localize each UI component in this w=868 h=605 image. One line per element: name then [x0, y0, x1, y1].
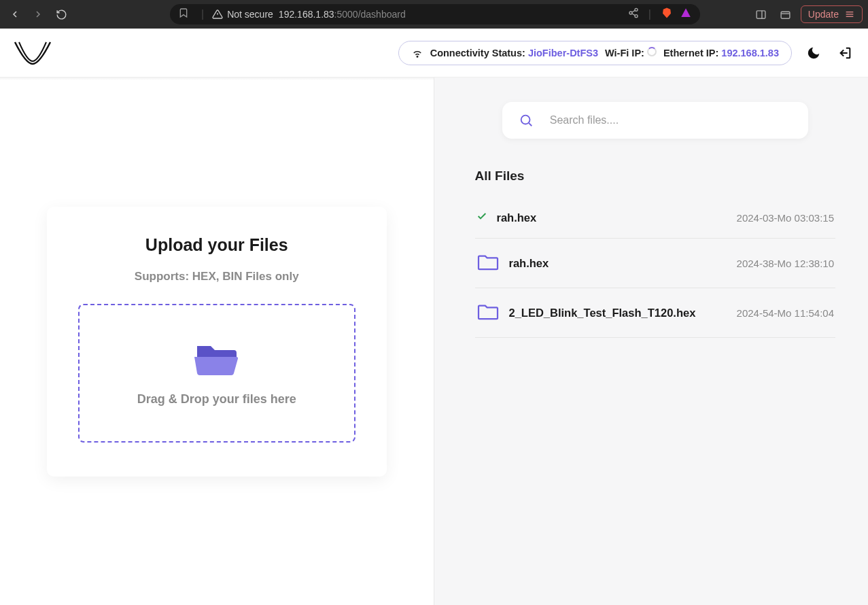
upload-pane: Upload your Files Supports: HEX, BIN Fil… — [0, 77, 434, 605]
moon-icon — [806, 46, 821, 60]
search-input[interactable] — [550, 114, 792, 126]
loading-spinner-icon — [647, 47, 657, 56]
menu-icon — [844, 9, 855, 20]
address-bar[interactable]: | Not secure 192.168.1.83:5000/dashboard… — [170, 4, 700, 24]
ethernet-ip-label: Ethernet IP: — [663, 48, 718, 58]
update-label: Update — [808, 9, 839, 20]
file-list: rah.hex2024-03-Mo 03:03:15rah.hex2024-38… — [475, 197, 836, 338]
folder-open-icon — [193, 339, 241, 376]
nav-reload-button[interactable] — [52, 5, 71, 24]
file-date: 2024-54-Mo 11:54:04 — [737, 307, 834, 319]
connectivity-label: Connectivity Status: — [430, 48, 525, 58]
app-logo — [14, 39, 52, 67]
svg-point-14 — [417, 56, 418, 57]
wifi-ip-label: Wi-Fi IP: — [605, 48, 644, 58]
check-icon — [476, 211, 487, 224]
wifi-icon — [411, 47, 423, 59]
svg-point-16 — [521, 116, 530, 124]
bookmark-icon[interactable] — [178, 7, 189, 21]
wallet-icon — [780, 9, 791, 20]
upload-card: Upload your Files Supports: HEX, BIN Fil… — [47, 207, 387, 477]
file-row[interactable]: 2_LED_Blink_Test_Flash_T120.hex2024-54-M… — [475, 288, 836, 338]
svg-rect-10 — [781, 12, 790, 18]
svg-point-4 — [635, 15, 638, 18]
files-pane: All Files rah.hex2024-03-Mo 03:03:15rah.… — [434, 77, 869, 605]
svg-point-2 — [635, 8, 638, 11]
folder-icon — [476, 252, 500, 274]
wallet-button[interactable] — [776, 5, 795, 24]
svg-line-5 — [632, 14, 636, 16]
nav-forward-button[interactable] — [29, 5, 48, 24]
file-date: 2024-38-Mo 12:38:10 — [737, 258, 834, 269]
search-box[interactable] — [502, 102, 808, 139]
brave-rewards-icon[interactable] — [680, 7, 692, 22]
file-name: rah.hex — [509, 257, 549, 270]
svg-rect-8 — [757, 10, 765, 18]
connectivity-status-pill: Connectivity Status: JioFiber-DtFS3 Wi-F… — [398, 41, 792, 65]
svg-line-17 — [529, 123, 532, 126]
svg-line-6 — [632, 10, 636, 12]
main-content: Upload your Files Supports: HEX, BIN Fil… — [0, 77, 868, 605]
update-button[interactable]: Update — [801, 5, 863, 23]
url-display: 192.168.1.83:5000/dashboard — [279, 9, 406, 20]
share-icon[interactable] — [628, 7, 639, 21]
reload-icon — [56, 9, 67, 20]
dropzone-text: Drag & Drop your files here — [137, 392, 296, 407]
file-row[interactable]: rah.hex2024-03-Mo 03:03:15 — [475, 197, 836, 239]
file-row[interactable]: rah.hex2024-38-Mo 12:38:10 — [475, 239, 836, 288]
file-dropzone[interactable]: Drag & Drop your files here — [78, 304, 355, 443]
svg-point-3 — [629, 12, 632, 14]
folder-icon — [476, 302, 500, 324]
theme-toggle-button[interactable] — [804, 44, 823, 63]
security-status[interactable]: Not secure — [212, 9, 273, 20]
brave-shield-icon[interactable] — [661, 7, 673, 22]
sidepanel-button[interactable] — [752, 5, 771, 24]
chevron-left-icon — [10, 9, 20, 20]
warning-icon — [212, 9, 223, 20]
svg-marker-7 — [681, 8, 691, 17]
search-icon — [519, 113, 534, 128]
not-secure-label: Not secure — [227, 9, 273, 20]
browser-chrome: | Not secure 192.168.1.83:5000/dashboard… — [0, 0, 868, 29]
connectivity-value: JioFiber-DtFS3 — [528, 48, 598, 58]
chevron-right-icon — [33, 9, 44, 20]
logout-icon — [837, 46, 852, 60]
sidepanel-icon — [755, 9, 767, 20]
upload-subtitle: Supports: HEX, BIN Files only — [78, 270, 355, 283]
file-name: 2_LED_Blink_Test_Flash_T120.hex — [509, 307, 696, 319]
files-section-title: All Files — [475, 169, 836, 184]
file-date: 2024-03-Mo 03:03:15 — [737, 212, 834, 224]
upload-title: Upload your Files — [78, 235, 355, 255]
app-header: Connectivity Status: JioFiber-DtFS3 Wi-F… — [0, 29, 868, 77]
file-name: rah.hex — [497, 211, 537, 224]
nav-back-button[interactable] — [5, 5, 24, 24]
logout-button[interactable] — [835, 44, 854, 63]
ethernet-ip-value: 192.168.1.83 — [721, 48, 779, 58]
